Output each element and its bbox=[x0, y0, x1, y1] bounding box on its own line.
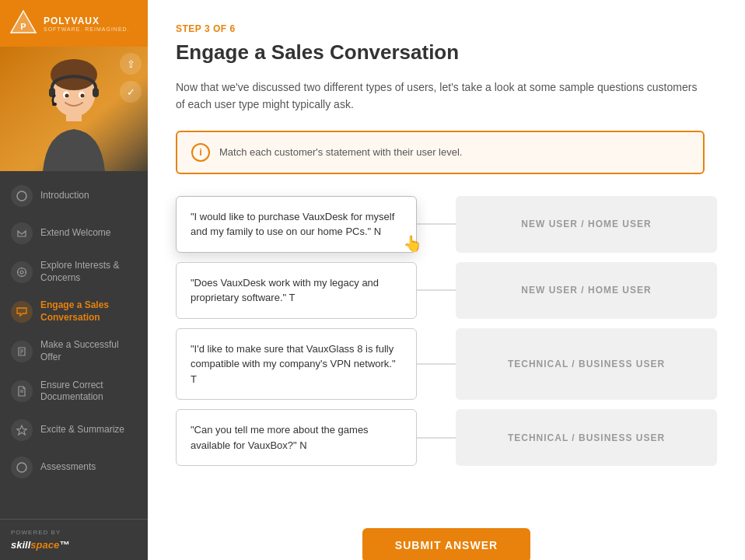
make-offer-icon bbox=[11, 341, 33, 362]
avatar-area: ⇧ ✓ bbox=[0, 47, 148, 171]
svg-point-15 bbox=[18, 268, 26, 276]
explore-interests-icon bbox=[11, 261, 33, 283]
svg-text:P: P bbox=[20, 22, 26, 31]
statement-card-2[interactable]: "Does VauxDesk work with my legacy and p… bbox=[176, 262, 417, 319]
step-indicator: STEP 3 OF 6 bbox=[176, 23, 717, 34]
logo-area: P POLYVAUX SOFTWARE. REIMAGINED. bbox=[0, 0, 148, 47]
sidebar-label-assessments: Assessments bbox=[40, 461, 96, 474]
svg-marker-26 bbox=[17, 425, 27, 435]
match-row-1: "I would like to purchase VauxDesk for m… bbox=[176, 196, 717, 253]
svg-rect-9 bbox=[52, 103, 57, 106]
statement-text-1: "I would like to purchase VauxDesk for m… bbox=[191, 209, 402, 240]
connector-2 bbox=[417, 262, 456, 319]
statement-text-4: "Can you tell me more about the games av… bbox=[191, 422, 402, 453]
svg-rect-5 bbox=[66, 110, 82, 121]
introduction-icon bbox=[11, 185, 33, 207]
powered-by-area: POWERED BY skillspace™ bbox=[0, 519, 148, 560]
info-icon: i bbox=[191, 143, 210, 162]
svg-point-14 bbox=[17, 191, 26, 201]
drop-zone-label-2: NEW USER / HOME USER bbox=[521, 285, 651, 296]
drop-zone-3[interactable]: TECHNICAL / BUSINESS USER bbox=[456, 328, 717, 401]
statement-card-1[interactable]: "I would like to purchase VauxDesk for m… bbox=[176, 196, 417, 253]
match-row-3: "I'd like to make sure that VauxGlass 8 … bbox=[176, 328, 717, 401]
sidebar-label-excite-summarize: Excite & Summarize bbox=[40, 424, 124, 436]
connector-3 bbox=[417, 328, 456, 401]
sidebar-label-ensure-docs: Ensure Correct Documentation bbox=[40, 380, 137, 404]
svg-point-27 bbox=[17, 463, 26, 472]
logo-text-area: POLYVAUX SOFTWARE. REIMAGINED. bbox=[44, 16, 130, 32]
extend-welcome-icon bbox=[11, 222, 33, 244]
page-title: Engage a Sales Conversation bbox=[176, 40, 717, 65]
drop-zone-label-1: NEW USER / HOME USER bbox=[521, 219, 651, 229]
main-content: STEP 3 OF 6 Engage a Sales Conversation … bbox=[148, 0, 745, 560]
nav-items: Introduction Extend Welcome Explore Inte… bbox=[0, 171, 148, 519]
drop-zone-4[interactable]: TECHNICAL / BUSINESS USER bbox=[456, 409, 717, 466]
skillspace-logo: skillspace™ bbox=[11, 539, 137, 551]
drop-zone-label-3: TECHNICAL / BUSINESS USER bbox=[508, 359, 665, 369]
sidebar: P POLYVAUX SOFTWARE. REIMAGINED. bbox=[0, 0, 148, 560]
avatar-icons: ⇧ ✓ bbox=[120, 53, 142, 103]
svg-point-12 bbox=[65, 94, 69, 98]
drop-zone-label-4: TECHNICAL / BUSINESS USER bbox=[508, 432, 665, 443]
drop-zone-1[interactable]: NEW USER / HOME USER bbox=[456, 196, 717, 253]
submit-answer-button[interactable]: SUBMIT ANSWER bbox=[362, 528, 530, 560]
sidebar-label-introduction: Introduction bbox=[40, 190, 89, 202]
logo-subtitle: SOFTWARE. REIMAGINED. bbox=[44, 26, 130, 32]
match-row-2: "Does VauxDesk work with my legacy and p… bbox=[176, 262, 717, 319]
ensure-docs-icon bbox=[11, 380, 33, 402]
statement-card-4[interactable]: "Can you tell me more about the games av… bbox=[176, 409, 417, 466]
matching-area: "I would like to purchase VauxDesk for m… bbox=[176, 196, 717, 467]
connector-1 bbox=[417, 196, 456, 253]
sidebar-item-engage-sales[interactable]: Engage a Sales Conversation bbox=[0, 292, 148, 331]
check-icon[interactable]: ✓ bbox=[120, 81, 142, 103]
sidebar-item-assessments[interactable]: Assessments bbox=[0, 449, 148, 486]
svg-point-16 bbox=[20, 271, 23, 274]
sidebar-item-ensure-docs[interactable]: Ensure Correct Documentation bbox=[0, 372, 148, 411]
sidebar-label-explore-interests: Explore Interests & Concerns bbox=[40, 260, 137, 284]
sidebar-label-engage-sales: Engage a Sales Conversation bbox=[40, 299, 137, 324]
sidebar-item-explore-interests[interactable]: Explore Interests & Concerns bbox=[0, 252, 148, 292]
logo-icon: P bbox=[9, 9, 37, 37]
engage-sales-icon bbox=[11, 301, 33, 323]
upload-icon[interactable]: ⇧ bbox=[120, 53, 142, 75]
info-text: Match each customer's statement with the… bbox=[219, 146, 462, 158]
info-box: i Match each customer's statement with t… bbox=[176, 131, 705, 174]
sidebar-label-make-offer: Make a Successful Offer bbox=[40, 339, 137, 363]
statement-card-3[interactable]: "I'd like to make sure that VauxGlass 8 … bbox=[176, 328, 417, 401]
logo-name: POLYVAUX bbox=[44, 16, 130, 26]
powered-by-text: POWERED BY bbox=[11, 529, 137, 536]
sidebar-item-make-offer[interactable]: Make a Successful Offer bbox=[0, 331, 148, 371]
sidebar-item-introduction[interactable]: Introduction bbox=[0, 177, 148, 215]
assessments-icon bbox=[11, 457, 33, 478]
description: Now that we've discussed two different t… bbox=[176, 79, 705, 114]
match-row-4: "Can you tell me more about the games av… bbox=[176, 409, 717, 466]
connector-4 bbox=[417, 409, 456, 466]
excite-summarize-icon bbox=[11, 419, 33, 441]
sidebar-label-extend-welcome: Extend Welcome bbox=[40, 227, 111, 240]
statement-text-3: "I'd like to make sure that VauxGlass 8 … bbox=[191, 341, 402, 387]
svg-point-13 bbox=[81, 94, 85, 98]
sidebar-item-extend-welcome[interactable]: Extend Welcome bbox=[0, 215, 148, 252]
svg-rect-8 bbox=[93, 88, 99, 97]
sidebar-item-excite-summarize[interactable]: Excite & Summarize bbox=[0, 411, 148, 449]
statement-text-2: "Does VauxDesk work with my legacy and p… bbox=[191, 275, 402, 306]
drop-zone-2[interactable]: NEW USER / HOME USER bbox=[456, 262, 717, 319]
